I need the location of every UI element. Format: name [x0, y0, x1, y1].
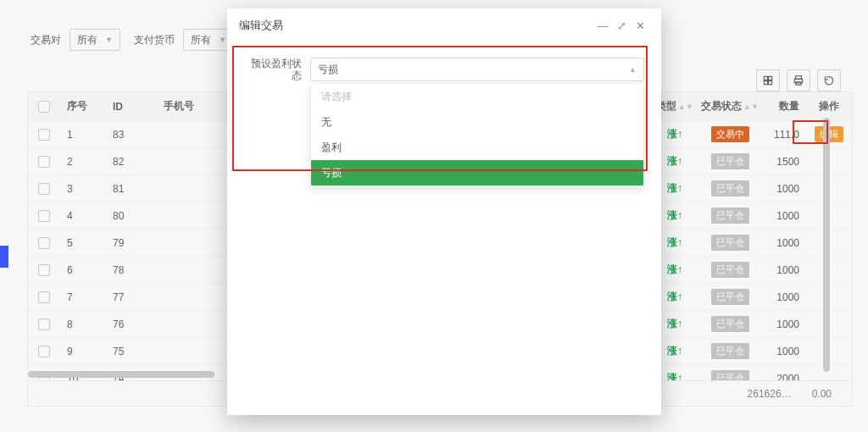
profit-status-dropdown: 请选择 无盈利亏损: [310, 83, 644, 186]
dropdown-option[interactable]: 亏损: [311, 160, 643, 186]
dropdown-placeholder: 请选择: [311, 84, 643, 109]
modal-header: 编辑交易 — ⤢ ✕: [227, 8, 661, 42]
dropdown-option[interactable]: 无: [311, 109, 643, 135]
modal-title: 编辑交易: [239, 18, 283, 33]
profit-status-label: 预设盈利状态: [244, 58, 302, 81]
chevron-up-icon: ▲: [629, 65, 637, 74]
profit-status-select[interactable]: 亏损 ▲: [310, 58, 644, 81]
maximize-icon[interactable]: ⤢: [612, 19, 631, 32]
profit-status-row: 预设盈利状态 亏损 ▲: [244, 58, 644, 81]
edit-trade-modal: 编辑交易 — ⤢ ✕ 预设盈利状态 亏损 ▲ 请选择 无盈利亏损: [227, 8, 661, 415]
profit-status-value: 亏损: [318, 63, 338, 77]
minimize-icon[interactable]: —: [593, 19, 612, 32]
close-icon[interactable]: ✕: [631, 19, 649, 32]
dropdown-option[interactable]: 盈利: [311, 135, 643, 160]
